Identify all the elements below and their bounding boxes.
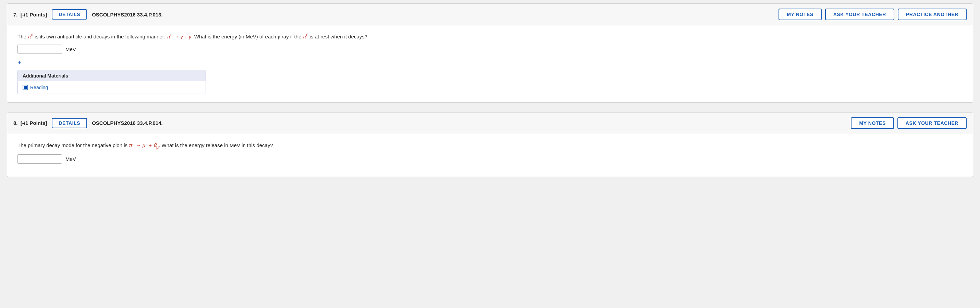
unit-label-8: MeV	[65, 156, 76, 162]
additional-materials-7: Additional Materials Reading	[18, 70, 206, 94]
question-header-8: 8. [-/1 Points] DETAILS OSCOLPHYS2016 33…	[7, 112, 973, 134]
answer-input-7[interactable]	[18, 45, 62, 54]
question-header-7: 7. [-/1 Points] DETAILS OSCOLPHYS2016 33…	[7, 4, 973, 26]
additional-materials-header-7: Additional Materials	[18, 70, 205, 81]
details-button-7[interactable]: DETAILS	[52, 9, 87, 19]
question-body-7: The π0 is its own antiparticle and decay…	[7, 26, 973, 102]
question-card-7: 7. [-/1 Points] DETAILS OSCOLPHYS2016 33…	[7, 3, 973, 102]
ask-teacher-button-7[interactable]: ASK YOUR TEACHER	[825, 9, 894, 20]
reading-icon-7	[22, 85, 28, 90]
my-notes-button-8[interactable]: MY NOTES	[851, 117, 894, 129]
details-button-8[interactable]: DETAILS	[52, 118, 87, 128]
answer-row-7: MeV	[18, 45, 963, 54]
plus-button-7[interactable]: +	[18, 59, 963, 67]
question-number-8: 8. [-/1 Points]	[13, 120, 47, 126]
practice-another-button-7[interactable]: PRACTICE ANOTHER	[898, 9, 967, 20]
ask-teacher-button-8[interactable]: ASK YOUR TEACHER	[897, 117, 967, 129]
question-code-8: OSCOLPHYS2016 33.4.P.014.	[92, 120, 846, 126]
header-actions-8: MY NOTES ASK YOUR TEACHER	[851, 117, 967, 129]
header-actions-7: MY NOTES ASK YOUR TEACHER PRACTICE ANOTH…	[778, 9, 967, 20]
answer-input-8[interactable]	[18, 154, 62, 164]
page-wrapper: 7. [-/1 Points] DETAILS OSCOLPHYS2016 33…	[0, 0, 980, 190]
additional-materials-body-7: Reading	[18, 81, 205, 94]
question-number-7: 7. [-/1 Points]	[13, 12, 47, 18]
my-notes-button-7[interactable]: MY NOTES	[778, 9, 821, 20]
question-text-7: The π0 is its own antiparticle and decay…	[18, 32, 963, 41]
question-code-7: OSCOLPHYS2016 33.4.P.013.	[92, 12, 774, 18]
question-body-8: The primary decay mode for the negative …	[7, 134, 973, 177]
answer-row-8: MeV	[18, 154, 963, 164]
question-text-8: The primary decay mode for the negative …	[18, 141, 963, 151]
unit-label-7: MeV	[65, 46, 76, 52]
reading-link-7[interactable]: Reading	[22, 85, 201, 90]
question-card-8: 8. [-/1 Points] DETAILS OSCOLPHYS2016 33…	[7, 112, 973, 177]
